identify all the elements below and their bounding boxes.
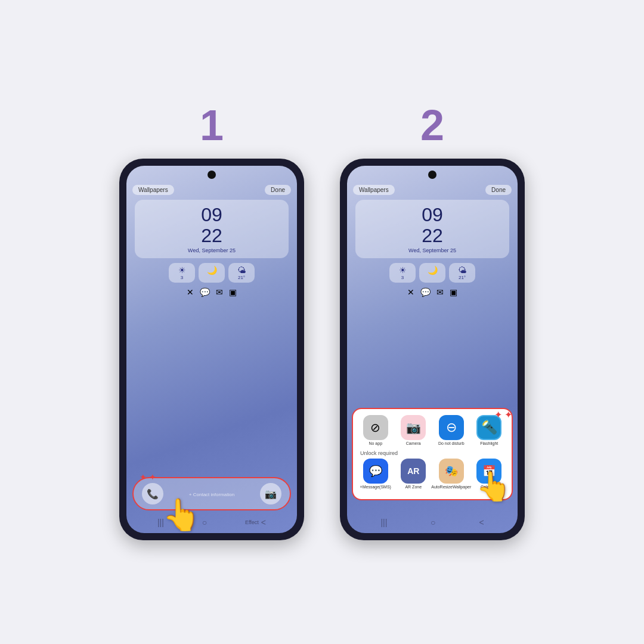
phone-1-top-bar: Wallpapers Done: [126, 182, 297, 197]
moon-icon-2: 🌙: [428, 265, 438, 275]
wallpapers-btn-1[interactable]: Wallpapers: [132, 185, 174, 195]
step-2-number: 2: [420, 104, 444, 147]
weather-item-1c: 🌤 21°: [228, 263, 255, 283]
app-item-no-app[interactable]: ⊘ No app: [358, 415, 393, 446]
shortcut-icon-2-1: ✕: [407, 287, 414, 297]
sun-icon: ☀: [178, 265, 186, 275]
clock-date-2: Wed, September 25: [363, 247, 502, 253]
cloud-icon: 🌤: [237, 265, 246, 275]
dnd-label: Do not disturb: [438, 441, 465, 446]
camera-app-label: Camera: [406, 441, 421, 446]
dock-bar-1[interactable]: ✦ ✦ 📞 📷: [132, 477, 291, 510]
autoresize-label: AutoResizeWallpaper: [431, 485, 471, 490]
weather-item-2c: 🌤 21°: [449, 263, 475, 283]
app-item-flashlight[interactable]: 🔦 Flashlight ✦ ✦: [472, 415, 506, 446]
phone-2-notch: [428, 171, 436, 179]
weather-item-1a: ☀ 3: [169, 263, 195, 283]
shortcut-icon-3: ✉: [216, 287, 223, 297]
shortcut-icon-2-2: 💬: [420, 287, 431, 297]
arzone-label: AR Zone: [405, 485, 422, 490]
dock-camera-icon[interactable]: 📷: [260, 483, 281, 504]
phone-1-body: + Contact information ✦ ✦ 📞 📷 👆: [126, 299, 297, 533]
weather-val-2c: 21°: [459, 275, 466, 280]
message-label: +Message(SMS): [360, 485, 391, 490]
weather-row-2: ☀ 3 🌙 🌤 21°: [355, 263, 509, 283]
nav-home-1[interactable]: ○: [202, 518, 207, 527]
phone-2-wrapper: Wallpapers Done 09 22 Wed, September 25 …: [340, 159, 525, 540]
nav-back-1[interactable]: <: [261, 518, 266, 527]
shortcut-icon-4: ▣: [229, 287, 237, 297]
clock-time-1: 09 22: [142, 205, 281, 246]
phone-2: Wallpapers Done 09 22 Wed, September 25 …: [340, 159, 525, 540]
sun-icon-2: ☀: [399, 265, 407, 275]
message-icon: 💬: [363, 459, 388, 484]
camera-app-icon: 📷: [401, 415, 426, 440]
no-app-label: No app: [369, 441, 382, 446]
arzone-icon: AR: [401, 459, 426, 484]
step-1: 1 Wallpapers Done 09 22 Wed, Septe: [119, 104, 304, 540]
phone-2-screen: Wallpapers Done 09 22 Wed, September 25 …: [347, 166, 518, 533]
nav-home-2[interactable]: ○: [431, 518, 435, 527]
app-item-autoresize[interactable]: 🎭 AutoResizeWallpaper: [434, 459, 469, 490]
wallpapers-btn-2[interactable]: Wallpapers: [353, 185, 395, 195]
done-btn-1[interactable]: Done: [265, 185, 291, 195]
unlock-label: Unlock required: [358, 449, 507, 459]
shortcut-icon-2-4: ▣: [450, 287, 457, 297]
step-2: 2 Wallpapers Done 09 22 Wed, Septe: [340, 104, 525, 540]
nav-lines-2[interactable]: |||: [380, 518, 387, 527]
moon-icon: 🌙: [207, 265, 217, 275]
app-shortcuts-1: ✕ 💬 ✉ ▣: [135, 287, 289, 297]
shortcut-icon-2-3: ✉: [436, 287, 444, 297]
flashlight-sparks: ✦ ✦: [494, 409, 512, 420]
dnd-icon: ⊖: [439, 415, 464, 440]
clock-widget-2: 09 22 Wed, September 25: [355, 200, 509, 258]
hand-cursor-1: 👆: [162, 497, 201, 533]
flashlight-label: Flashlight: [480, 441, 498, 446]
phone-1: Wallpapers Done 09 22 Wed, September 25 …: [119, 159, 304, 540]
weather-row-1: ☀ 3 🌙 🌤 21°: [135, 263, 289, 283]
app-item-camera[interactable]: 📷 Camera: [396, 415, 431, 446]
phone-1-notch: [208, 171, 216, 179]
nav-bar-1: ||| ○ Effect <: [126, 518, 297, 527]
weather-item-2b: 🌙: [419, 263, 445, 283]
autoresize-icon: 🎭: [439, 459, 464, 484]
app-item-message[interactable]: 💬 +Message(SMS): [358, 459, 393, 490]
shortcut-icon-2: 💬: [200, 287, 210, 297]
weather-item-1b: 🌙: [199, 263, 225, 283]
nav-back-2[interactable]: <: [479, 518, 484, 527]
phone-1-wrapper: Wallpapers Done 09 22 Wed, September 25 …: [119, 159, 304, 540]
no-app-icon: ⊘: [363, 415, 388, 440]
weather-val-1c: 21°: [238, 275, 245, 280]
nav-bar-2: ||| ○ <: [347, 518, 518, 527]
hand-cursor-2: 👆: [476, 470, 512, 503]
weather-val-1a: 3: [181, 275, 183, 280]
dock-sparks: ✦ ✦: [140, 472, 156, 482]
app-grid-top-row: ⊘ No app 📷 Camera ⊖ Do not disturb: [358, 415, 507, 446]
effect-label-1: Effect: [245, 519, 259, 525]
cloud-icon-2: 🌤: [458, 265, 466, 275]
app-item-arzone[interactable]: AR AR Zone: [396, 459, 431, 490]
clock-time-2: 09 22: [363, 205, 502, 246]
step-1-number: 1: [200, 104, 224, 147]
weather-val-2a: 3: [401, 275, 404, 280]
clock-date-1: Wed, September 25: [142, 247, 281, 253]
phone-2-top-bar: Wallpapers Done: [347, 182, 518, 197]
weather-item-2a: ☀ 3: [389, 263, 416, 283]
done-btn-2[interactable]: Done: [485, 185, 512, 195]
clock-widget-1: 09 22 Wed, September 25: [135, 200, 289, 258]
shortcut-icon-1: ✕: [187, 287, 194, 297]
app-item-dnd[interactable]: ⊖ Do not disturb: [434, 415, 469, 446]
dock-phone-icon[interactable]: 📞: [142, 483, 163, 504]
main-container: 1 Wallpapers Done 09 22 Wed, Septe: [95, 80, 549, 564]
phone-1-screen: Wallpapers Done 09 22 Wed, September 25 …: [126, 166, 297, 533]
app-shortcuts-2: ✕ 💬 ✉ ▣: [355, 287, 509, 297]
bottom-dock-1: ✦ ✦ 📞 📷: [132, 477, 291, 510]
